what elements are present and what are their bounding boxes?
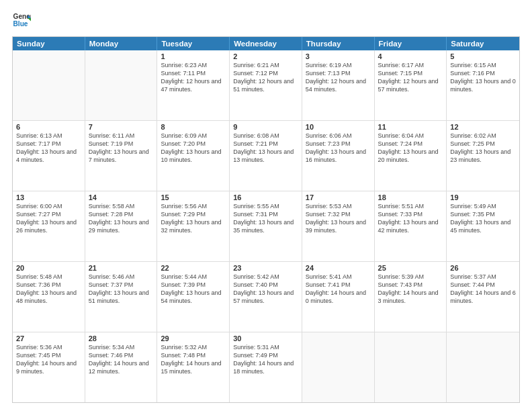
day-number: 14 <box>89 193 154 201</box>
day-number: 30 <box>233 334 298 342</box>
calendar-cell: 19Sunrise: 5:49 AM Sunset: 7:35 PM Dayli… <box>447 191 519 261</box>
day-number: 26 <box>450 264 516 272</box>
calendar-cell <box>447 332 519 402</box>
calendar-cell: 10Sunrise: 6:06 AM Sunset: 7:23 PM Dayli… <box>302 121 375 191</box>
day-info: Sunrise: 6:11 AM Sunset: 7:19 PM Dayligh… <box>89 132 154 165</box>
calendar-cell: 17Sunrise: 5:53 AM Sunset: 7:32 PM Dayli… <box>302 191 375 261</box>
calendar-cell: 13Sunrise: 6:00 AM Sunset: 7:27 PM Dayli… <box>13 191 85 261</box>
calendar-cell <box>302 332 375 402</box>
calendar-row: 20Sunrise: 5:48 AM Sunset: 7:36 PM Dayli… <box>13 261 519 332</box>
calendar-cell: 14Sunrise: 5:58 AM Sunset: 7:28 PM Dayli… <box>85 191 158 261</box>
day-number: 1 <box>161 52 226 60</box>
day-info: Sunrise: 6:19 AM Sunset: 7:13 PM Dayligh… <box>306 61 371 94</box>
calendar-body: 1Sunrise: 6:23 AM Sunset: 7:11 PM Daylig… <box>13 50 519 402</box>
day-info: Sunrise: 5:56 AM Sunset: 7:29 PM Dayligh… <box>161 202 226 235</box>
weekday-header: Sunday <box>13 37 85 50</box>
day-number: 3 <box>306 52 371 60</box>
day-number: 28 <box>89 334 154 342</box>
day-number: 4 <box>378 52 443 60</box>
day-number: 17 <box>306 193 371 201</box>
day-number: 22 <box>161 264 226 272</box>
day-info: Sunrise: 6:08 AM Sunset: 7:21 PM Dayligh… <box>233 132 298 165</box>
day-number: 19 <box>450 193 516 201</box>
day-info: Sunrise: 5:44 AM Sunset: 7:39 PM Dayligh… <box>161 273 226 306</box>
calendar-cell: 28Sunrise: 5:34 AM Sunset: 7:46 PM Dayli… <box>85 332 158 402</box>
day-number: 16 <box>233 193 298 201</box>
calendar-cell: 24Sunrise: 5:41 AM Sunset: 7:41 PM Dayli… <box>302 262 375 332</box>
calendar-cell: 30Sunrise: 5:31 AM Sunset: 7:49 PM Dayli… <box>230 332 302 402</box>
day-info: Sunrise: 5:53 AM Sunset: 7:32 PM Dayligh… <box>306 202 371 235</box>
calendar-cell: 6Sunrise: 6:13 AM Sunset: 7:17 PM Daylig… <box>13 121 85 191</box>
calendar-cell: 25Sunrise: 5:39 AM Sunset: 7:43 PM Dayli… <box>375 262 447 332</box>
day-number: 6 <box>16 123 81 131</box>
calendar-row: 1Sunrise: 6:23 AM Sunset: 7:11 PM Daylig… <box>13 50 519 120</box>
day-info: Sunrise: 6:02 AM Sunset: 7:25 PM Dayligh… <box>450 132 516 165</box>
weekday-header: Tuesday <box>157 37 230 50</box>
weekday-header: Monday <box>85 37 158 50</box>
day-number: 8 <box>161 123 226 131</box>
logo: General Blue <box>12 11 31 30</box>
day-info: Sunrise: 5:48 AM Sunset: 7:36 PM Dayligh… <box>16 273 81 306</box>
calendar-cell: 1Sunrise: 6:23 AM Sunset: 7:11 PM Daylig… <box>157 50 230 120</box>
calendar-cell: 2Sunrise: 6:21 AM Sunset: 7:12 PM Daylig… <box>230 50 302 120</box>
calendar-row: 27Sunrise: 5:36 AM Sunset: 7:45 PM Dayli… <box>13 332 519 402</box>
day-info: Sunrise: 5:51 AM Sunset: 7:33 PM Dayligh… <box>378 202 443 235</box>
day-info: Sunrise: 5:37 AM Sunset: 7:44 PM Dayligh… <box>450 273 516 306</box>
calendar-cell <box>85 50 158 120</box>
day-number: 7 <box>89 123 154 131</box>
day-number: 13 <box>16 193 81 201</box>
day-number: 12 <box>450 123 516 131</box>
calendar-cell: 7Sunrise: 6:11 AM Sunset: 7:19 PM Daylig… <box>85 121 158 191</box>
day-number: 23 <box>233 264 298 272</box>
day-number: 24 <box>306 264 371 272</box>
calendar-cell: 16Sunrise: 5:55 AM Sunset: 7:31 PM Dayli… <box>230 191 302 261</box>
calendar-row: 13Sunrise: 6:00 AM Sunset: 7:27 PM Dayli… <box>13 191 519 261</box>
day-info: Sunrise: 6:13 AM Sunset: 7:17 PM Dayligh… <box>16 132 81 165</box>
day-info: Sunrise: 5:36 AM Sunset: 7:45 PM Dayligh… <box>16 343 81 376</box>
day-info: Sunrise: 6:06 AM Sunset: 7:23 PM Dayligh… <box>306 132 371 165</box>
day-number: 2 <box>233 52 298 60</box>
day-info: Sunrise: 5:58 AM Sunset: 7:28 PM Dayligh… <box>89 202 154 235</box>
page-header: General Blue <box>12 11 520 30</box>
day-info: Sunrise: 6:00 AM Sunset: 7:27 PM Dayligh… <box>16 202 81 235</box>
day-info: Sunrise: 6:09 AM Sunset: 7:20 PM Dayligh… <box>161 132 226 165</box>
day-number: 10 <box>306 123 371 131</box>
day-number: 29 <box>161 334 226 342</box>
calendar-cell: 18Sunrise: 5:51 AM Sunset: 7:33 PM Dayli… <box>375 191 447 261</box>
day-number: 27 <box>16 334 81 342</box>
calendar-cell: 8Sunrise: 6:09 AM Sunset: 7:20 PM Daylig… <box>157 121 230 191</box>
day-number: 21 <box>89 264 154 272</box>
weekday-header: Thursday <box>302 37 375 50</box>
day-info: Sunrise: 5:42 AM Sunset: 7:40 PM Dayligh… <box>233 273 298 306</box>
calendar-cell: 26Sunrise: 5:37 AM Sunset: 7:44 PM Dayli… <box>447 262 519 332</box>
calendar-cell: 23Sunrise: 5:42 AM Sunset: 7:40 PM Dayli… <box>230 262 302 332</box>
day-number: 25 <box>378 264 443 272</box>
logo-icon: General Blue <box>12 11 31 30</box>
day-number: 11 <box>378 123 443 131</box>
calendar-header: SundayMondayTuesdayWednesdayThursdayFrid… <box>13 37 519 50</box>
day-info: Sunrise: 6:17 AM Sunset: 7:15 PM Dayligh… <box>378 61 443 94</box>
day-info: Sunrise: 6:15 AM Sunset: 7:16 PM Dayligh… <box>450 61 516 94</box>
calendar-cell: 12Sunrise: 6:02 AM Sunset: 7:25 PM Dayli… <box>447 121 519 191</box>
day-info: Sunrise: 5:55 AM Sunset: 7:31 PM Dayligh… <box>233 202 298 235</box>
calendar-cell: 4Sunrise: 6:17 AM Sunset: 7:15 PM Daylig… <box>375 50 447 120</box>
calendar-row: 6Sunrise: 6:13 AM Sunset: 7:17 PM Daylig… <box>13 120 519 191</box>
day-info: Sunrise: 5:31 AM Sunset: 7:49 PM Dayligh… <box>233 343 298 376</box>
calendar-cell: 15Sunrise: 5:56 AM Sunset: 7:29 PM Dayli… <box>157 191 230 261</box>
calendar-cell: 22Sunrise: 5:44 AM Sunset: 7:39 PM Dayli… <box>157 262 230 332</box>
calendar-cell: 11Sunrise: 6:04 AM Sunset: 7:24 PM Dayli… <box>375 121 447 191</box>
day-info: Sunrise: 5:41 AM Sunset: 7:41 PM Dayligh… <box>306 273 371 306</box>
calendar-cell: 20Sunrise: 5:48 AM Sunset: 7:36 PM Dayli… <box>13 262 85 332</box>
day-number: 18 <box>378 193 443 201</box>
day-info: Sunrise: 5:49 AM Sunset: 7:35 PM Dayligh… <box>450 202 516 235</box>
day-info: Sunrise: 5:34 AM Sunset: 7:46 PM Dayligh… <box>89 343 154 376</box>
weekday-header: Friday <box>375 37 447 50</box>
calendar-cell: 9Sunrise: 6:08 AM Sunset: 7:21 PM Daylig… <box>230 121 302 191</box>
day-number: 15 <box>161 193 226 201</box>
day-info: Sunrise: 6:23 AM Sunset: 7:11 PM Dayligh… <box>161 61 226 94</box>
weekday-header: Wednesday <box>230 37 302 50</box>
day-number: 20 <box>16 264 81 272</box>
day-info: Sunrise: 5:39 AM Sunset: 7:43 PM Dayligh… <box>378 273 443 306</box>
day-number: 5 <box>450 52 516 60</box>
day-info: Sunrise: 5:32 AM Sunset: 7:48 PM Dayligh… <box>161 343 226 376</box>
